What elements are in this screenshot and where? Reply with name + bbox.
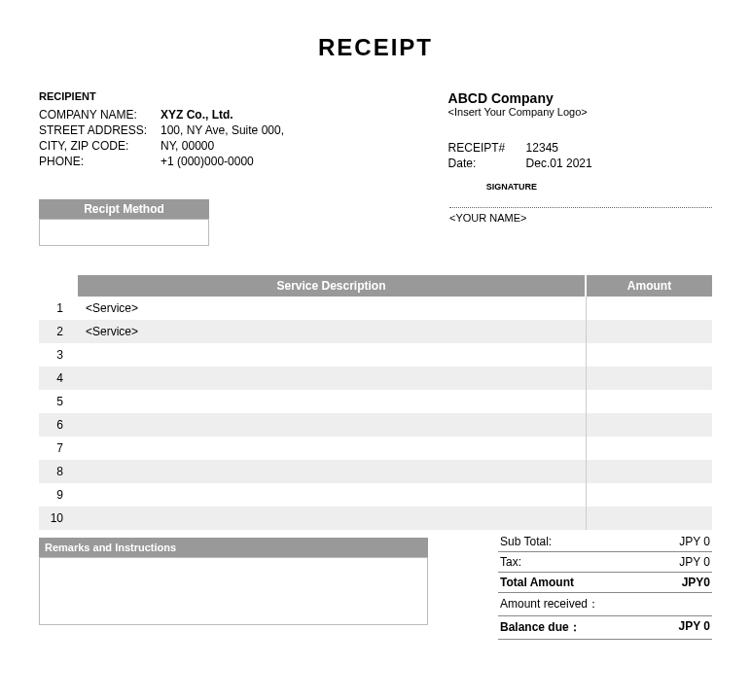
- row-number: 1: [39, 297, 78, 320]
- row-number: 4: [39, 367, 78, 390]
- receipt-number-label: RECEIPT#: [448, 141, 526, 155]
- row-description: [78, 390, 586, 413]
- row-number: 10: [39, 507, 78, 530]
- table-row: 9: [39, 483, 712, 507]
- tax-value: JPY 0: [679, 555, 710, 569]
- subtotal-value: JPY 0: [679, 535, 710, 548]
- company-name-value: XYZ Co., Ltd.: [161, 108, 233, 122]
- issuer-company-name: ABCD Company: [448, 90, 712, 106]
- logo-placeholder: <Insert Your Company Logo>: [448, 106, 712, 118]
- signature-line: [449, 207, 712, 208]
- col-amount-header: Amount: [586, 275, 712, 297]
- table-row: 2 <Service>: [39, 320, 712, 343]
- street-label: STREET ADDRESS:: [39, 123, 161, 137]
- remarks-body: [39, 557, 428, 625]
- remarks-header: Remarks and Instructions: [39, 538, 428, 557]
- row-amount: [586, 297, 712, 320]
- table-row: 5: [39, 390, 712, 413]
- table-row: 3: [39, 343, 712, 367]
- table-row: 1 <Service>: [39, 297, 712, 320]
- row-description: [78, 507, 586, 530]
- date-label: Date:: [448, 157, 526, 170]
- table-row: 4: [39, 367, 712, 390]
- row-amount: [586, 390, 712, 413]
- subtotal-label: Sub Total:: [500, 535, 552, 548]
- document-title: RECEIPT: [39, 34, 712, 61]
- balance-due-label: Balance due：: [500, 619, 581, 636]
- row-description: [78, 437, 586, 460]
- phone-label: PHONE:: [39, 155, 161, 168]
- row-description: [78, 343, 586, 367]
- row-description: [78, 483, 586, 507]
- recipient-section-label: RECIPIENT: [39, 90, 410, 102]
- amount-received-label: Amount received：: [500, 596, 599, 612]
- table-row: 10: [39, 507, 712, 530]
- row-amount: [586, 437, 712, 460]
- row-number: 7: [39, 437, 78, 460]
- total-amount-value: JPY0: [682, 576, 710, 589]
- row-number: 2: [39, 320, 78, 343]
- row-number: 9: [39, 483, 78, 507]
- col-number-header: [39, 275, 78, 297]
- row-number: 8: [39, 460, 78, 483]
- row-amount: [586, 507, 712, 530]
- city-label: CITY, ZIP CODE:: [39, 139, 161, 153]
- row-number: 5: [39, 390, 78, 413]
- row-number: 6: [39, 413, 78, 437]
- table-row: 6: [39, 413, 712, 437]
- row-amount: [586, 483, 712, 507]
- row-number: 3: [39, 343, 78, 367]
- tax-label: Tax:: [500, 555, 521, 569]
- row-amount: [586, 320, 712, 343]
- receipt-method-value: [39, 219, 209, 246]
- receipt-number-value: 12345: [526, 141, 558, 155]
- company-name-label: COMPANY NAME:: [39, 108, 161, 122]
- balance-due-value: JPY 0: [679, 619, 710, 636]
- row-description: <Service>: [78, 297, 586, 320]
- table-row: 8: [39, 460, 712, 483]
- row-description: [78, 413, 586, 437]
- signature-label: SIGNATURE: [39, 182, 712, 192]
- signature-name-placeholder: <YOUR NAME>: [449, 212, 712, 224]
- row-amount: [586, 413, 712, 437]
- city-value: NY, 00000: [161, 139, 214, 153]
- row-description: <Service>: [78, 320, 586, 343]
- row-amount: [586, 460, 712, 483]
- row-amount: [586, 343, 712, 367]
- total-amount-label: Total Amount: [500, 576, 574, 589]
- col-description-header: Service Description: [78, 275, 586, 297]
- street-value: 100, NY Ave, Suite 000,: [161, 123, 284, 137]
- row-amount: [586, 367, 712, 390]
- row-description: [78, 367, 586, 390]
- items-table: Service Description Amount 1 <Service> 2…: [39, 275, 712, 530]
- phone-value: +1 (000)000-0000: [161, 155, 254, 168]
- receipt-method-header: Recipt Method: [39, 199, 209, 219]
- table-row: 7: [39, 437, 712, 460]
- row-description: [78, 460, 586, 483]
- date-value: Dec.01 2021: [526, 157, 592, 170]
